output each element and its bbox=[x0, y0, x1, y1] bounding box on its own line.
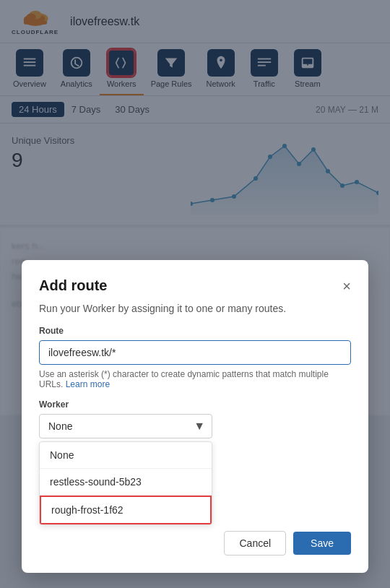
modal-header: Add route × bbox=[39, 277, 351, 294]
worker-select[interactable]: None restless-sound-5b23 rough-frost-1f6… bbox=[39, 414, 212, 438]
route-input[interactable] bbox=[39, 340, 351, 365]
worker-select-wrapper: None restless-sound-5b23 rough-frost-1f6… bbox=[39, 414, 212, 438]
learn-more-link[interactable]: Learn more bbox=[66, 379, 110, 389]
modal-close-button[interactable]: × bbox=[342, 279, 351, 293]
modal-footer: Cancel Save bbox=[39, 531, 351, 555]
add-route-modal: Add route × Run your Worker by assigning… bbox=[22, 260, 368, 573]
worker-label: Worker bbox=[39, 399, 351, 410]
save-button[interactable]: Save bbox=[293, 532, 351, 555]
dropdown-item-none[interactable]: None bbox=[40, 442, 212, 469]
modal-overlay: Add route × Run your Worker by assigning… bbox=[0, 0, 390, 588]
worker-dropdown-list: None restless-sound-5b23 rough-frost-1f6… bbox=[39, 441, 212, 525]
cancel-button[interactable]: Cancel bbox=[224, 531, 286, 555]
modal-title: Add route bbox=[39, 277, 107, 294]
dropdown-item-restless[interactable]: restless-sound-5b23 bbox=[40, 469, 212, 496]
route-hint: Use an asterisk (*) character to create … bbox=[39, 369, 351, 389]
modal-description: Run your Worker by assigning it to one o… bbox=[39, 303, 351, 314]
dropdown-item-rough[interactable]: rough-frost-1f62 bbox=[40, 496, 212, 524]
route-label: Route bbox=[39, 326, 351, 336]
